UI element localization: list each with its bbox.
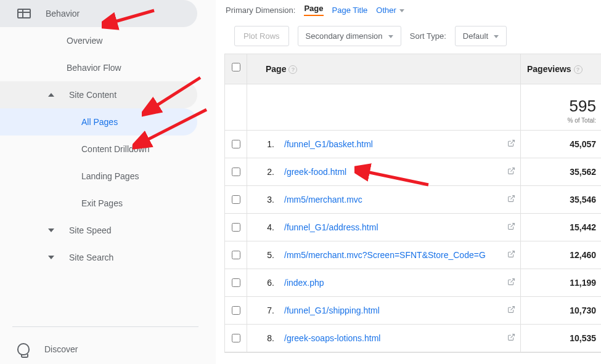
pageviews-value: 15,442 [521,215,601,240]
pageviews-value: 10,535 [521,326,601,350]
row-number: 2. [247,158,278,185]
svg-line-5 [510,279,514,283]
page-link[interactable]: /greek-soaps-lotions.html [278,326,502,350]
dim-page[interactable]: Page [304,4,323,16]
header-checkbox-cell [225,54,247,84]
dim-other[interactable]: Other [376,6,404,15]
row-checkbox[interactable] [232,168,240,176]
nav-label: Behavior Flow [67,63,121,73]
row-number: 1. [247,131,278,158]
svg-line-7 [510,334,514,338]
page-link[interactable]: /funnel_G1/address.html [278,215,502,240]
row-checkbox-cell [225,297,247,324]
open-link-icon[interactable] [502,139,520,149]
discover-label: Discover [44,344,78,354]
table-row: 7./funnel_G1/shipping.html10,730 [225,297,601,325]
main-content: Primary Dimension: Page Page Title Other… [216,0,601,364]
table-header: Page? Pageviews? [225,54,601,84]
summary-pageviews: 595 % of Total: [521,84,601,130]
nav-item-overview[interactable]: Overview [0,27,216,54]
primary-dim-label: Primary Dimension: [226,6,295,15]
row-checkbox[interactable] [232,251,240,259]
table-row: 2./greek-food.html35,562 [225,158,601,186]
bulb-icon [17,343,30,355]
page-link[interactable]: /funnel_G1/basket.html [278,132,502,156]
table-row: 5./mm5/merchant.mvc?Screen=SFNT&Store_Co… [225,241,601,269]
row-checkbox[interactable] [232,223,240,232]
nav-item-content-drilldown[interactable]: Content Drilldown [0,135,216,163]
pageviews-value: 35,546 [521,187,601,212]
caret-down-icon [48,256,54,259]
nav-label: Overview [67,36,102,46]
nav-item-site-speed[interactable]: Site Speed [0,217,216,244]
nav-label: All Pages [81,117,118,127]
sidebar-divider [12,326,198,327]
pageviews-value: 45,057 [521,132,601,156]
row-checkbox-cell [225,186,247,213]
open-link-icon[interactable] [502,167,520,177]
svg-line-1 [510,168,514,172]
open-link-icon[interactable] [502,278,520,288]
help-icon[interactable]: ? [288,65,297,74]
row-number: 7. [247,297,278,324]
nav-label: Site Speed [69,225,112,235]
sort-default-select[interactable]: Default [455,26,507,46]
page-link[interactable]: /greek-food.html [278,160,502,184]
row-checkbox[interactable] [232,334,240,342]
col-pageviews[interactable]: Pageviews? [521,54,601,84]
row-number: 8. [247,325,278,352]
svg-line-3 [510,224,514,227]
row-checkbox[interactable] [232,306,240,315]
open-link-icon[interactable] [502,333,520,343]
row-checkbox[interactable] [232,278,240,287]
nav-item-site-content[interactable]: Site Content [0,81,197,108]
nav-item-site-search[interactable]: Site Search [0,244,216,271]
nav-label: Site Search [69,253,113,262]
nav-item-behavior-flow[interactable]: Behavior Flow [0,54,216,81]
nav-item-landing-pages[interactable]: Landing Pages [0,163,216,190]
pages-table: Page? Pageviews? 595 % of Total: 1./funn… [224,54,601,353]
col-page[interactable]: Page? [247,54,521,84]
secondary-dimension-select[interactable]: Secondary dimension [298,26,401,46]
select-all-checkbox[interactable] [232,63,240,71]
dim-page-title[interactable]: Page Title [332,6,368,15]
chevron-down-icon [399,9,404,12]
open-link-icon[interactable] [502,222,520,232]
page-link[interactable]: /index.php [278,270,502,295]
open-link-icon[interactable] [502,305,520,315]
nav-label: Landing Pages [81,171,139,181]
behavior-icon [17,9,31,18]
caret-down-icon [48,229,54,232]
help-icon[interactable]: ? [574,65,583,74]
caret-up-icon [48,93,54,97]
nav-label: Exit Pages [81,198,123,208]
nav-behavior[interactable]: Behavior [0,0,197,27]
open-link-icon[interactable] [502,250,520,260]
nav-discover[interactable]: Discover [0,334,216,364]
row-number: 5. [247,241,278,269]
nav-item-all-pages[interactable]: All Pages [0,108,197,135]
svg-line-6 [510,307,514,310]
svg-line-2 [510,196,514,200]
table-row: 8./greek-soaps-lotions.html10,535 [225,325,601,352]
open-link-icon[interactable] [502,195,520,204]
primary-dimension-row: Primary Dimension: Page Page Title Other [224,4,601,16]
page-link[interactable]: /funnel_G1/shipping.html [278,298,502,323]
plot-rows-button[interactable]: Plot Rows [234,26,289,46]
table-row: 4./funnel_G1/address.html15,442 [225,214,601,241]
row-checkbox[interactable] [232,140,240,148]
row-checkbox-cell [225,158,247,185]
pageviews-value: 11,199 [521,270,601,295]
row-checkbox-cell [225,241,247,269]
nav-item-exit-pages[interactable]: Exit Pages [0,190,216,217]
row-checkbox[interactable] [232,195,240,204]
summary-row: 595 % of Total: [225,84,601,131]
page-link[interactable]: /mm5/merchant.mvc?Screen=SFNT&Store_Code… [278,243,502,267]
sort-type-label: Sort Type: [410,31,446,41]
row-number: 6. [247,269,278,296]
chevron-down-icon [388,35,393,38]
pageviews-value: 35,562 [521,160,601,184]
row-checkbox-cell [225,131,247,158]
page-link[interactable]: /mm5/merchant.mvc [278,187,502,212]
table-row: 6./index.php11,199 [225,269,601,297]
